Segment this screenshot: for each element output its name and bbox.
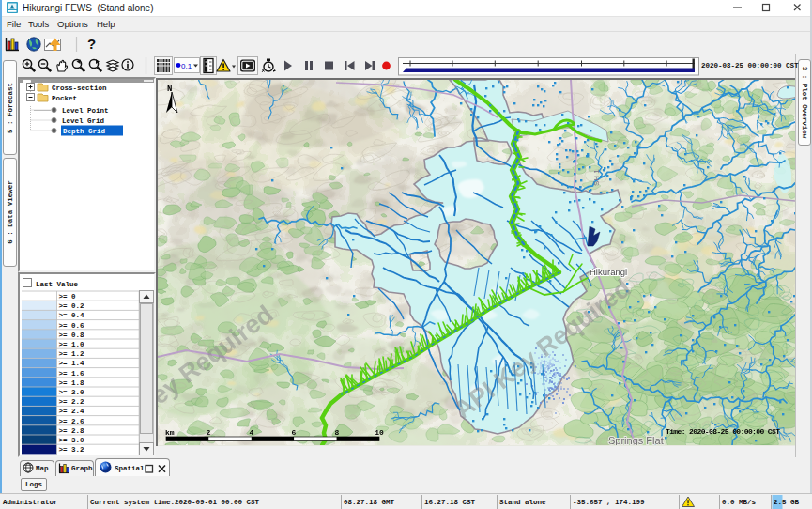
svg-text:0.0 MB/s: 0.0 MB/s bbox=[722, 499, 757, 506]
svg-text:0.1: 0.1 bbox=[181, 62, 192, 70]
svg-text:?: ? bbox=[87, 36, 96, 52]
svg-text:>= 0.8: >= 0.8 bbox=[59, 332, 85, 339]
svg-text:Level Point: Level Point bbox=[62, 107, 109, 115]
svg-text:SH 1: SH 1 bbox=[592, 169, 601, 186]
svg-text:Stand alone: Stand alone bbox=[499, 499, 546, 506]
svg-text:>= 3.2: >= 3.2 bbox=[59, 446, 85, 454]
svg-text:8: 8 bbox=[335, 428, 340, 437]
svg-text:>= 1.0: >= 1.0 bbox=[59, 341, 85, 348]
svg-text:2: 2 bbox=[207, 428, 211, 437]
svg-text:Hikurangi: Hikurangi bbox=[590, 267, 627, 277]
svg-text:>= 1.4: >= 1.4 bbox=[59, 360, 85, 367]
svg-text:>= 2.8: >= 2.8 bbox=[59, 427, 85, 435]
svg-text:>= 2.0: >= 2.0 bbox=[59, 389, 85, 396]
svg-text:Last Value: Last Value bbox=[36, 281, 79, 288]
svg-text:Pocket: Pocket bbox=[52, 95, 77, 102]
svg-text:km: km bbox=[165, 428, 175, 437]
svg-text:>= 1.6: >= 1.6 bbox=[59, 370, 85, 378]
svg-text:Depth Grid: Depth Grid bbox=[63, 128, 105, 135]
svg-text:>= 2.2: >= 2.2 bbox=[59, 398, 85, 406]
svg-text:Administrator: Administrator bbox=[3, 499, 58, 506]
svg-text:Level Grid: Level Grid bbox=[62, 117, 104, 125]
svg-text:>= 1.8: >= 1.8 bbox=[59, 379, 85, 387]
svg-text:-35.657 , 174.199: -35.657 , 174.199 bbox=[573, 499, 645, 506]
svg-text:>= 3.0: >= 3.0 bbox=[59, 437, 85, 444]
svg-text:08:27:18 GMT: 08:27:18 GMT bbox=[344, 499, 395, 506]
svg-text:2.5 GB: 2.5 GB bbox=[774, 499, 800, 506]
svg-text:16:27:18 CST: 16:27:18 CST bbox=[424, 499, 476, 506]
svg-text:Springs Flat: Springs Flat bbox=[608, 435, 664, 445]
svg-text:>= 2.4: >= 2.4 bbox=[59, 408, 85, 415]
svg-text:10: 10 bbox=[375, 428, 384, 437]
svg-text:6: 6 bbox=[292, 428, 297, 437]
svg-text:>= 0.6: >= 0.6 bbox=[59, 322, 85, 330]
svg-text:>= 2.6: >= 2.6 bbox=[59, 418, 85, 425]
svg-text:>= 0.2: >= 0.2 bbox=[59, 302, 85, 310]
svg-text:N: N bbox=[167, 85, 172, 94]
svg-text:Cross-section: Cross-section bbox=[52, 85, 107, 92]
svg-text:4: 4 bbox=[250, 428, 254, 437]
svg-text:>= 1.2: >= 1.2 bbox=[59, 350, 85, 358]
svg-text:Current system time:2020-09-01: Current system time:2020-09-01 00:00 CST bbox=[90, 499, 260, 506]
svg-text:>= 0: >= 0 bbox=[59, 293, 77, 301]
svg-text:Time: 2020-08-25 00:00:00 CST: Time: 2020-08-25 00:00:00 CST bbox=[666, 427, 780, 436]
svg-text:>= 0.4: >= 0.4 bbox=[59, 312, 85, 319]
